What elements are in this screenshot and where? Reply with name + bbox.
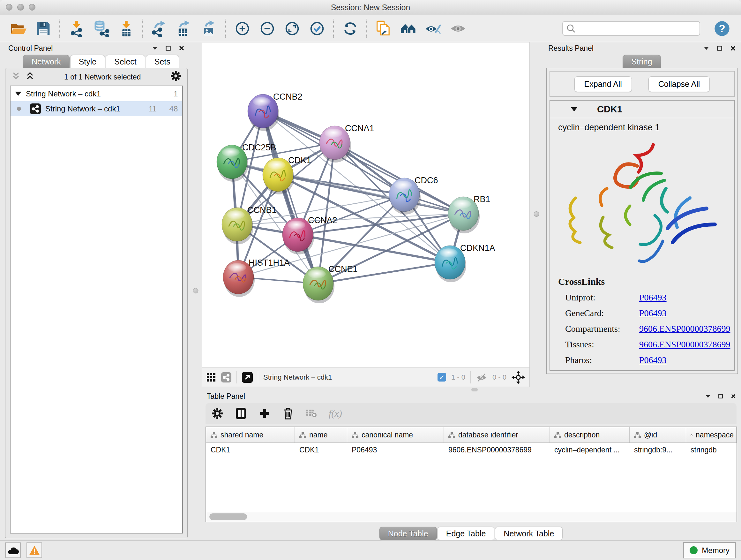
hidden-eye-icon[interactable]	[476, 373, 487, 382]
table-cell-name[interactable]: CDK1	[295, 443, 347, 458]
column-header-database-identifier[interactable]: database identifier	[444, 427, 550, 442]
collapse-triangle-icon[interactable]	[15, 91, 21, 96]
clear-table-icon[interactable]	[305, 407, 319, 420]
column-header-id[interactable]: @id	[630, 427, 686, 442]
crosslink-value-link[interactable]: P06493	[639, 355, 667, 365]
select-columns-icon[interactable]	[234, 407, 248, 420]
crosslink-value-link[interactable]: 9606.ENSP00000378699	[639, 324, 730, 334]
eye-button[interactable]	[449, 19, 467, 38]
table-cell-description[interactable]: cyclin–dependent ...	[550, 443, 630, 458]
close-panel-button[interactable]	[731, 394, 736, 399]
tab-edge-table[interactable]: Edge Table	[437, 527, 495, 540]
float-panel-button[interactable]	[718, 394, 723, 399]
import-network-from-database-button[interactable]	[92, 19, 110, 38]
import-network-from-file-button[interactable]	[67, 19, 85, 38]
graph-node-CDKN1A[interactable]: CDKN1A	[434, 243, 495, 282]
zoom-selected-button[interactable]	[308, 19, 326, 38]
function-builder-icon[interactable]: f(x)	[329, 407, 342, 420]
tab-style[interactable]: Style	[70, 55, 105, 68]
gene-header[interactable]: CDK1	[550, 101, 734, 118]
table-row[interactable]: CDK1CDK1P064939606.ENSP00000378699cyclin…	[206, 443, 737, 458]
refresh-button[interactable]	[341, 19, 359, 38]
splitter-handle[interactable]	[471, 388, 478, 391]
column-header-description[interactable]: description	[550, 427, 630, 442]
minimize-window-button[interactable]	[17, 4, 24, 10]
table-cell-namespace[interactable]: stringdb	[686, 443, 737, 458]
panel-menu-button[interactable]	[152, 46, 158, 50]
table-cell-id[interactable]: stringdb:9...	[630, 443, 686, 458]
open-session-button[interactable]	[9, 19, 27, 38]
right-splitter[interactable]	[530, 42, 543, 387]
tab-sets[interactable]: Sets	[146, 55, 179, 68]
float-panel-button[interactable]	[717, 45, 723, 51]
column-header-canonical-name[interactable]: canonical name	[347, 427, 444, 442]
column-header-shared-name[interactable]: shared name	[206, 427, 295, 442]
panel-menu-button[interactable]	[705, 395, 711, 398]
expand-all-button[interactable]: Expand All	[575, 76, 632, 92]
tab-string[interactable]: String	[623, 55, 661, 68]
column-header-name[interactable]: name	[295, 427, 347, 442]
export-image-button[interactable]	[200, 19, 218, 38]
splitter-handle[interactable]	[193, 288, 199, 294]
import-table-button[interactable]	[117, 19, 135, 38]
graph-node-CCNA1[interactable]: CCNA1	[320, 124, 374, 163]
documents-button[interactable]	[374, 19, 392, 38]
eye-pen-button[interactable]	[424, 19, 442, 38]
warning-button[interactable]	[26, 543, 42, 558]
export-network-button[interactable]	[150, 19, 168, 38]
table-cell-shared-name[interactable]: CDK1	[206, 443, 295, 458]
panel-menu-button[interactable]	[704, 46, 709, 50]
graph-node-RB1[interactable]: RB1	[448, 194, 490, 233]
cloud-button[interactable]	[5, 543, 21, 558]
zoom-in-button[interactable]	[233, 19, 251, 38]
detach-view-icon[interactable]	[242, 372, 253, 383]
tab-node-table[interactable]: Node Table	[380, 527, 437, 540]
tab-network[interactable]: Network	[23, 55, 70, 68]
graph-node-CCNE1[interactable]: CCNE1	[303, 264, 358, 303]
export-table-button[interactable]	[175, 19, 193, 38]
splitter-handle[interactable]	[534, 211, 539, 217]
tab-network-table[interactable]: Network Table	[495, 527, 562, 540]
network-canvas[interactable]: CCNB2CCNA1CDC25BCDK1CDC6RB1CCNB1CCNA2CDK…	[202, 42, 530, 368]
selected-checkbox-icon[interactable]: ✓	[437, 373, 446, 381]
horizontal-splitter[interactable]	[202, 387, 741, 390]
grid-view-icon[interactable]	[206, 373, 216, 382]
collapse-all-networks-icon[interactable]	[11, 71, 21, 82]
expand-all-networks-icon[interactable]	[25, 71, 35, 82]
collapse-triangle-icon[interactable]	[571, 107, 577, 111]
add-column-icon[interactable]	[258, 407, 271, 420]
zoom-fit-button[interactable]	[283, 19, 301, 38]
network-collection-row[interactable]: String Network – cdk1 1	[10, 86, 182, 101]
close-panel-button[interactable]	[730, 45, 736, 51]
network-graph[interactable]: CCNB2CCNA1CDC25BCDK1CDC6RB1CCNB1CCNA2CDK…	[202, 43, 529, 368]
network-row-selected[interactable]: String Network – cdk1 11 48	[10, 101, 182, 116]
scrollbar-thumb[interactable]	[209, 513, 247, 520]
tab-select[interactable]: Select	[106, 55, 145, 68]
delete-column-icon[interactable]	[281, 407, 295, 420]
table-cell-canonical-name[interactable]: P06493	[347, 443, 444, 458]
maximize-window-button[interactable]	[29, 4, 36, 10]
zoom-out-button[interactable]	[258, 19, 276, 38]
table-gear-icon[interactable]	[211, 407, 224, 420]
network-share-view-icon[interactable]	[221, 372, 231, 382]
column-header-namespace[interactable]: namespace	[686, 427, 737, 442]
crosslink-value-link[interactable]: P06493	[639, 308, 667, 318]
horizontal-scrollbar[interactable]	[206, 512, 737, 522]
help-button[interactable]: ?	[713, 19, 731, 38]
left-splitter[interactable]	[190, 42, 202, 540]
crosshair-move-icon[interactable]	[512, 371, 525, 384]
close-window-button[interactable]	[6, 4, 12, 10]
close-panel-button[interactable]	[179, 45, 185, 51]
graph-node-CCNB1[interactable]: CCNB1	[222, 205, 277, 244]
crosslink-value-link[interactable]: 9606.ENSP00000378699	[639, 339, 730, 350]
save-session-button[interactable]	[34, 19, 52, 38]
graph-node-HIST1H1A[interactable]: HIST1H1A	[223, 258, 290, 297]
crosslink-value-link[interactable]: P06493	[639, 293, 667, 303]
houses-button[interactable]	[399, 19, 417, 38]
gear-icon[interactable]	[170, 70, 182, 84]
table-cell-database-identifier[interactable]: 9606.ENSP00000378699	[444, 443, 550, 458]
memory-button[interactable]: Memory	[683, 542, 736, 558]
search-input[interactable]	[576, 24, 696, 33]
collapse-all-button[interactable]: Collapse All	[649, 76, 710, 92]
graph-node-CCNA2[interactable]: CCNA2	[282, 215, 337, 254]
